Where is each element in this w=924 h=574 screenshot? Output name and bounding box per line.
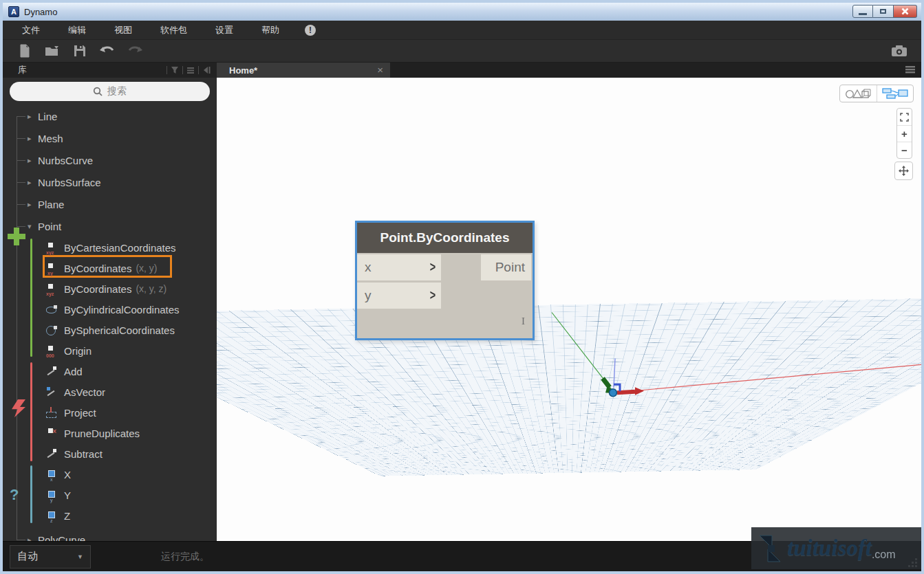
chevron-right-icon: ▸ <box>28 112 38 121</box>
category-label: Plane <box>38 199 64 210</box>
tab-overflow-button[interactable] <box>905 65 916 77</box>
library-item-asvector[interactable]: AsVector <box>3 382 217 402</box>
library-item-bycylindricalcoordinates[interactable]: ByCylindricalCoordinates <box>3 299 217 320</box>
tab-bar: Home* × <box>217 63 921 78</box>
minimize-icon <box>859 13 867 15</box>
menu-help[interactable]: 帮助 <box>252 24 289 36</box>
redo-button[interactable] <box>121 42 149 60</box>
minimize-button[interactable] <box>852 5 873 18</box>
item-label: ByCoordinates <box>64 283 131 295</box>
toolbar <box>3 40 921 63</box>
fit-view-icon <box>900 113 909 122</box>
library-item-add[interactable]: Add <box>3 361 217 382</box>
chevron-down-icon: ▼ <box>77 553 83 560</box>
menu-edit[interactable]: 编辑 <box>58 24 96 36</box>
project-icon <box>45 407 57 419</box>
view-mode-toggles <box>839 85 914 102</box>
camera-icon <box>891 45 907 57</box>
library-item-z[interactable]: Z <box>3 505 217 526</box>
pruneduplicates-icon <box>45 428 57 439</box>
menu-file[interactable]: 文件 <box>12 24 50 36</box>
bycartesiancoordinates-icon <box>45 242 57 254</box>
chevron-right-icon: ▸ <box>28 134 38 143</box>
input-port-x[interactable]: x > <box>357 254 441 280</box>
library-item-subtract[interactable]: Subtract <box>3 443 217 464</box>
lacing-indicator[interactable]: I <box>522 316 525 327</box>
export-image-button[interactable] <box>885 42 913 60</box>
node-canvas[interactable]: Point.ByCoordinates x > y > Point I <box>217 78 921 541</box>
open-file-button[interactable] <box>39 42 66 60</box>
node-title[interactable]: Point.ByCoordinates <box>357 223 533 253</box>
menu-settings[interactable]: 设置 <box>206 24 243 36</box>
menu-view[interactable]: 视图 <box>105 24 142 36</box>
title-bar[interactable]: A Dynamo <box>3 3 921 21</box>
library-item-bysphericalcoordinates[interactable]: BySphericalCoordinates <box>3 320 217 340</box>
tab-home[interactable]: Home* × <box>217 63 390 78</box>
category-label: PolyCurve <box>38 534 85 542</box>
zoom-fit-button[interactable] <box>897 109 912 125</box>
add-icon <box>45 366 57 377</box>
library-item-origin[interactable]: Origin <box>3 340 217 361</box>
new-file-button[interactable] <box>11 42 39 60</box>
undo-icon <box>99 45 116 56</box>
window-title: Dynamo <box>24 7 57 17</box>
library-title: 库 <box>18 64 163 76</box>
notification-alert-icon[interactable]: ! <box>305 25 316 36</box>
save-icon <box>74 45 86 57</box>
chevron-right-icon: ▸ <box>28 178 38 187</box>
maximize-button[interactable] <box>873 5 894 18</box>
open-folder-icon <box>45 45 60 57</box>
sidebar-item-mesh[interactable]: ▸ Mesh <box>3 127 217 149</box>
sidebar-item-point[interactable]: ▾ Point <box>3 215 217 237</box>
watermark: tuituisoft .com <box>751 527 921 569</box>
highlight-box <box>43 255 172 278</box>
run-mode-dropdown[interactable]: 自动 ▼ <box>10 545 91 569</box>
library-item-bycoordinates-xyz[interactable]: ByCoordinates (x, y, z) <box>3 278 217 299</box>
sidebar-item-nurbssurface[interactable]: ▸ NurbsSurface <box>3 171 217 193</box>
asvector-icon <box>45 386 57 398</box>
item-label: ByCylindricalCoordinates <box>64 304 180 316</box>
origin-icon <box>45 345 57 357</box>
z-query-icon <box>45 510 57 522</box>
library-panel: 库 搜索 ? <box>3 63 217 541</box>
sidebar-item-line[interactable]: ▸ Line <box>3 105 217 127</box>
sidebar-item-polycurve[interactable]: ▸ PolyCurve <box>3 529 217 541</box>
pan-button[interactable] <box>894 162 913 180</box>
main-area: 库 搜索 ? <box>3 63 921 541</box>
list-view-icon[interactable] <box>186 66 195 74</box>
library-item-x[interactable]: X <box>3 464 217 485</box>
library-item-project[interactable]: Project <box>3 402 217 423</box>
category-label: Mesh <box>38 133 63 144</box>
undo-button[interactable] <box>94 42 121 60</box>
library-item-y[interactable]: Y <box>3 485 217 505</box>
workspace: Home* × <box>217 63 921 541</box>
collapse-panel-icon[interactable] <box>202 66 211 74</box>
x-query-icon <box>45 469 57 481</box>
save-button[interactable] <box>66 42 94 60</box>
pan-icon <box>898 165 910 177</box>
chevron-right-icon: ▸ <box>28 200 38 209</box>
node-point-bycoordinates[interactable]: Point.ByCoordinates x > y > Point I <box>355 221 535 340</box>
zoom-in-button[interactable]: + <box>897 125 912 142</box>
sidebar-item-plane[interactable]: ▸ Plane <box>3 193 217 215</box>
chevron-down-icon: ▾ <box>28 222 38 231</box>
library-item-pruneduplicates[interactable]: PruneDuplicates <box>3 423 217 443</box>
graph-view-icon <box>882 88 908 99</box>
run-mode-value: 自动 <box>17 550 77 563</box>
search-icon <box>93 87 103 96</box>
input-port-y[interactable]: y > <box>357 283 441 309</box>
category-label: Point <box>38 221 61 232</box>
sidebar-item-nurbscurve[interactable]: ▸ NurbsCurve <box>3 149 217 171</box>
bysphericalcoordinates-icon <box>45 324 57 336</box>
graph-view-button[interactable] <box>877 85 914 102</box>
category-label: Line <box>38 111 57 122</box>
search-input[interactable]: 搜索 <box>10 82 210 101</box>
menu-packages[interactable]: 软件包 <box>151 24 197 36</box>
output-port-point[interactable]: Point <box>481 254 531 280</box>
tab-close-icon[interactable]: × <box>377 65 383 75</box>
filter-icon[interactable] <box>171 66 179 74</box>
close-button[interactable] <box>894 5 917 18</box>
item-label: Subtract <box>64 448 103 460</box>
zoom-out-button[interactable]: − <box>897 142 912 158</box>
geometry-view-button[interactable] <box>840 85 877 102</box>
